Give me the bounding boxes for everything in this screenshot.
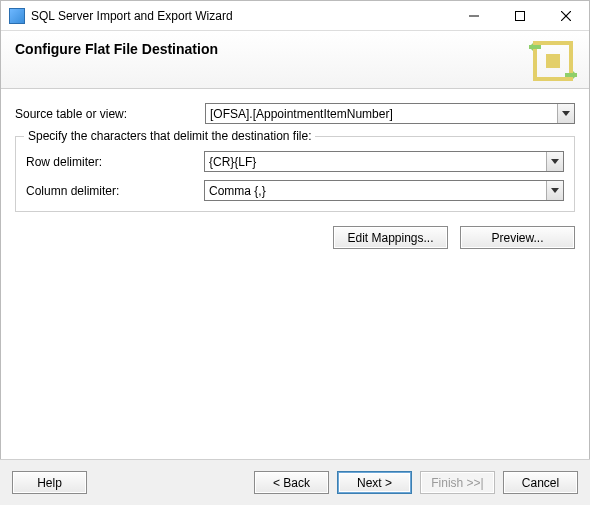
preview-label: Preview... xyxy=(491,231,543,245)
row-delimiter-row: Row delimiter: {CR}{LF} xyxy=(26,151,564,172)
back-label: < Back xyxy=(273,476,310,490)
preview-button[interactable]: Preview... xyxy=(460,226,575,249)
help-button[interactable]: Help xyxy=(12,471,87,494)
next-label: Next > xyxy=(357,476,392,490)
chevron-down-icon xyxy=(546,181,563,200)
chevron-down-icon xyxy=(546,152,563,171)
svg-marker-8 xyxy=(562,111,570,116)
app-icon xyxy=(9,8,25,24)
source-combo-value: [OFSA].[AppointmentItemNumber] xyxy=(206,107,557,121)
row-delimiter-combo[interactable]: {CR}{LF} xyxy=(204,151,564,172)
groupbox-legend: Specify the characters that delimit the … xyxy=(24,129,315,143)
wizard-header: Configure Flat File Destination xyxy=(1,31,589,89)
wizard-content: Source table or view: [OFSA].[Appointmen… xyxy=(1,89,589,249)
footer-nav: < Back Next > Finish >>| Cancel xyxy=(254,471,578,494)
edit-mappings-label: Edit Mappings... xyxy=(347,231,433,245)
source-row: Source table or view: [OFSA].[Appointmen… xyxy=(15,103,575,124)
help-label: Help xyxy=(37,476,62,490)
column-delimiter-value: Comma {,} xyxy=(205,184,546,198)
title-bar: SQL Server Import and Export Wizard xyxy=(1,1,589,31)
cancel-label: Cancel xyxy=(522,476,559,490)
next-button[interactable]: Next > xyxy=(337,471,412,494)
row-delimiter-value: {CR}{LF} xyxy=(205,155,546,169)
svg-marker-7 xyxy=(529,43,533,51)
minimize-button[interactable] xyxy=(451,1,497,30)
page-title: Configure Flat File Destination xyxy=(15,41,575,57)
wizard-footer: Help < Back Next > Finish >>| Cancel xyxy=(0,459,590,505)
window-controls xyxy=(451,1,589,31)
close-button[interactable] xyxy=(543,1,589,30)
svg-rect-1 xyxy=(516,11,525,20)
back-button[interactable]: < Back xyxy=(254,471,329,494)
edit-mappings-button[interactable]: Edit Mappings... xyxy=(333,226,448,249)
delimiter-groupbox: Specify the characters that delimit the … xyxy=(15,136,575,212)
column-delimiter-combo[interactable]: Comma {,} xyxy=(204,180,564,201)
svg-rect-5 xyxy=(546,54,560,68)
source-label: Source table or view: xyxy=(15,107,205,121)
row-delimiter-label: Row delimiter: xyxy=(26,155,204,169)
svg-marker-6 xyxy=(573,71,577,79)
window-title: SQL Server Import and Export Wizard xyxy=(31,9,233,23)
maximize-button[interactable] xyxy=(497,1,543,30)
content-button-row: Edit Mappings... Preview... xyxy=(15,226,575,249)
svg-marker-9 xyxy=(551,159,559,164)
svg-marker-10 xyxy=(551,188,559,193)
cancel-button[interactable]: Cancel xyxy=(503,471,578,494)
wizard-header-icon xyxy=(529,37,577,85)
chevron-down-icon xyxy=(557,104,574,123)
finish-label: Finish >>| xyxy=(431,476,483,490)
source-combo[interactable]: [OFSA].[AppointmentItemNumber] xyxy=(205,103,575,124)
column-delimiter-label: Column delimiter: xyxy=(26,184,204,198)
column-delimiter-row: Column delimiter: Comma {,} xyxy=(26,180,564,201)
finish-button: Finish >>| xyxy=(420,471,495,494)
